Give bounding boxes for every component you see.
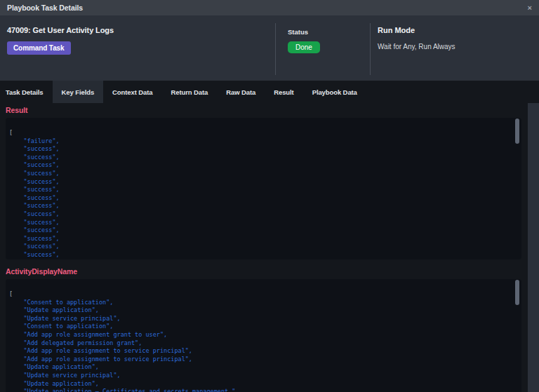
tab-label: Task Details — [6, 88, 44, 96]
code-line: "success", — [9, 170, 516, 178]
code-line: "success", — [9, 202, 516, 210]
code-line: "Update application", — [9, 363, 516, 372]
code-line: "Update service principal", — [9, 372, 516, 380]
tab-label: Playbook Data — [312, 88, 357, 96]
code-line: "Update service principal", — [9, 315, 516, 323]
tab-playbook-data[interactable]: Playbook Data — [303, 81, 366, 103]
modal-title: Playbook Task Details — [7, 4, 83, 12]
status-column: Status Done — [275, 23, 370, 75]
code-line: "success", — [9, 251, 516, 259]
code-line: "success", — [9, 243, 516, 251]
task-title-column: 47009: Get User Activity Logs Command Ta… — [0, 15, 275, 81]
run-mode-value: Wait for Any, Run Always — [378, 43, 539, 50]
task-type-badge: Command Task — [7, 41, 71, 55]
modal-scrollbar-track[interactable] — [528, 103, 539, 392]
tab-label: Key Fields — [62, 88, 95, 96]
tab-raw-data[interactable]: Raw Data — [217, 81, 265, 103]
modal-titlebar: Playbook Task Details × — [0, 0, 539, 15]
code-line: "failure", — [9, 137, 516, 146]
status-badge: Done — [288, 41, 320, 53]
code-line: "Update application", — [9, 306, 516, 315]
code-block: [ "failure", "success", "success", "succ… — [6, 118, 521, 259]
code-line: "success", — [9, 161, 516, 170]
task-header: 47009: Get User Activity Logs Command Ta… — [0, 15, 539, 81]
tab-result[interactable]: Result — [265, 81, 302, 103]
task-title: 47009: Get User Activity Logs — [7, 26, 275, 34]
code-line: "success", — [9, 219, 516, 227]
tab-bar: Task Details Key Fields Context Data Ret… — [0, 81, 539, 103]
code-line: "Add app role assignment to service prin… — [9, 347, 516, 356]
run-mode-label: Run Mode — [378, 26, 539, 34]
code-content: [ "Consent to application", "Update appl… — [6, 279, 521, 392]
scrollbar-thumb[interactable] — [515, 280, 519, 305]
code-line: "Add app role assignment to service prin… — [9, 356, 516, 364]
code-line: [ — [9, 129, 516, 137]
tab-return-data[interactable]: Return Data — [161, 81, 217, 103]
tab-content-area: Task Details Key Fields Context Data Ret… — [0, 81, 539, 392]
section-title: Result — [6, 106, 521, 114]
code-line: "success", — [9, 186, 516, 194]
tab-label: Raw Data — [226, 88, 255, 96]
code-line: "success", — [9, 178, 516, 187]
scrollbar-thumb[interactable] — [515, 119, 519, 144]
section-result: Result [ "failure", "success", "success"… — [6, 106, 521, 259]
code-content: [ "failure", "success", "success", "succ… — [6, 118, 521, 259]
code-line: "Add app role assignment grant to user", — [9, 331, 516, 339]
key-fields-panel: Result [ "failure", "success", "success"… — [0, 103, 528, 392]
tab-context-data[interactable]: Context Data — [103, 81, 161, 103]
run-mode-column: Run Mode Wait for Any, Run Always — [370, 23, 539, 75]
code-line: "success", — [9, 154, 516, 162]
code-line: "success", — [9, 210, 516, 219]
code-line: "Consent to application", — [9, 323, 516, 331]
section-title: ActivityDisplayName — [6, 267, 521, 276]
close-icon[interactable]: × — [528, 4, 532, 12]
tab-label: Context Data — [112, 88, 152, 96]
tab-label: Return Data — [171, 88, 208, 96]
code-line: "Update application – Certificates and s… — [9, 388, 516, 392]
tab-task-details[interactable]: Task Details — [0, 81, 53, 103]
section-activitydisplayname: ActivityDisplayName [ "Consent to applic… — [6, 267, 521, 392]
code-line: "Add delegated permission grant", — [9, 339, 516, 348]
code-line: "Update application", — [9, 380, 516, 388]
code-line: "success", — [9, 235, 516, 243]
tab-key-fields[interactable]: Key Fields — [53, 81, 104, 103]
tab-label: Result — [274, 88, 293, 96]
code-block: [ "Consent to application", "Update appl… — [6, 279, 521, 392]
status-label: Status — [288, 28, 370, 36]
code-line: "success", — [9, 145, 516, 154]
code-line: "Consent to application", — [9, 299, 516, 307]
code-line: [ — [9, 290, 516, 299]
code-line: "success", — [9, 194, 516, 203]
playbook-task-details-modal: Playbook Task Details × 47009: Get User … — [0, 0, 539, 392]
code-line: "success", — [9, 227, 516, 235]
